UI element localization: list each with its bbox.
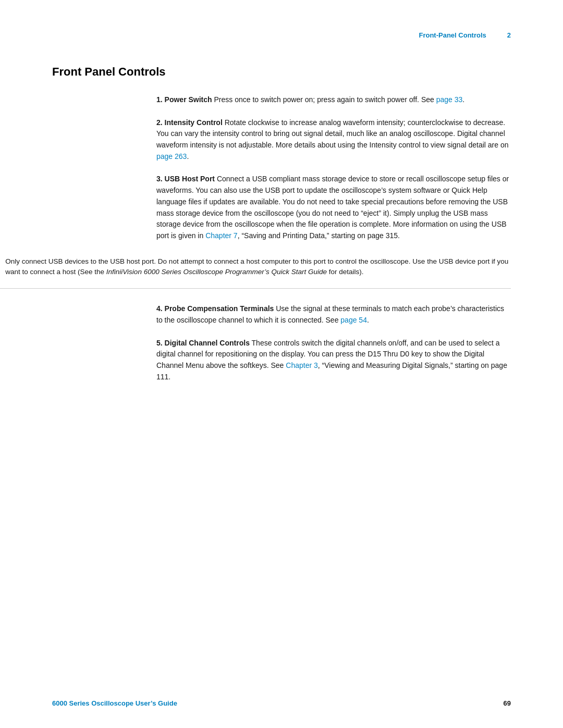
- footer-page-number: 69: [504, 699, 511, 707]
- section-4-link[interactable]: page 54: [340, 316, 367, 324]
- section-5-number: 5.: [156, 339, 163, 347]
- section-1-title: Power Switch: [165, 95, 212, 104]
- caution-text-after: for details).: [327, 268, 364, 276]
- caution-italic: InfiniiVision 6000 Series Oscilloscope P…: [106, 268, 327, 276]
- page-header: Front-Panel Controls 2: [0, 0, 563, 50]
- section-1: 1. Power Switch Press once to switch pow…: [156, 94, 511, 106]
- section-4-number: 4.: [156, 304, 163, 313]
- section-2: 2. Intensity Control Rotate clockwise to…: [156, 117, 511, 163]
- page-footer: 6000 Series Oscilloscope User’s Guide 69: [0, 699, 563, 707]
- section-2-number: 2.: [156, 118, 163, 127]
- section-3-number: 3.: [156, 175, 163, 183]
- chapter-header: Front-Panel Controls: [419, 31, 486, 39]
- page-content: Front Panel Controls 1. Power Switch Pre…: [0, 50, 563, 415]
- section-5: 5. Digital Channel Controls These contro…: [156, 338, 511, 383]
- section-2-link[interactable]: page 263: [156, 152, 187, 161]
- caution-block: CAUTION Only connect USB devices to the …: [0, 256, 511, 289]
- section-3: 3. USB Host Port Connect a USB compliant…: [156, 174, 511, 241]
- section-4-title: Probe Compensation Terminals: [165, 304, 274, 313]
- chapter-number: 2: [507, 31, 511, 39]
- caution-text: Only connect USB devices to the USB host…: [5, 256, 511, 278]
- section-3-title: USB Host Port: [165, 175, 215, 183]
- section-3-link[interactable]: Chapter 7: [205, 231, 237, 240]
- section-3-text: Connect a USB compliant mass storage dev…: [156, 175, 509, 239]
- section-2-title: Intensity Control: [165, 118, 223, 127]
- section-3-text-after: , “Saving and Printing Data,” starting o…: [238, 231, 400, 240]
- section-5-link[interactable]: Chapter 3: [286, 361, 317, 369]
- section-1-link[interactable]: page 33: [436, 95, 463, 104]
- page: Front-Panel Controls 2 Front Panel Contr…: [0, 0, 563, 728]
- section-4: 4. Probe Compensation Terminals Use the …: [156, 303, 511, 326]
- section-1-text: Press once to switch power on; press aga…: [214, 95, 436, 104]
- section-4-text-after: .: [367, 316, 369, 324]
- section-2-text-after: .: [187, 152, 189, 161]
- section-5-title: Digital Channel Controls: [165, 339, 250, 347]
- page-title: Front Panel Controls: [52, 65, 511, 79]
- section-1-text-after: .: [462, 95, 464, 104]
- section-1-number: 1.: [156, 95, 163, 104]
- footer-title: 6000 Series Oscilloscope User’s Guide: [52, 699, 177, 707]
